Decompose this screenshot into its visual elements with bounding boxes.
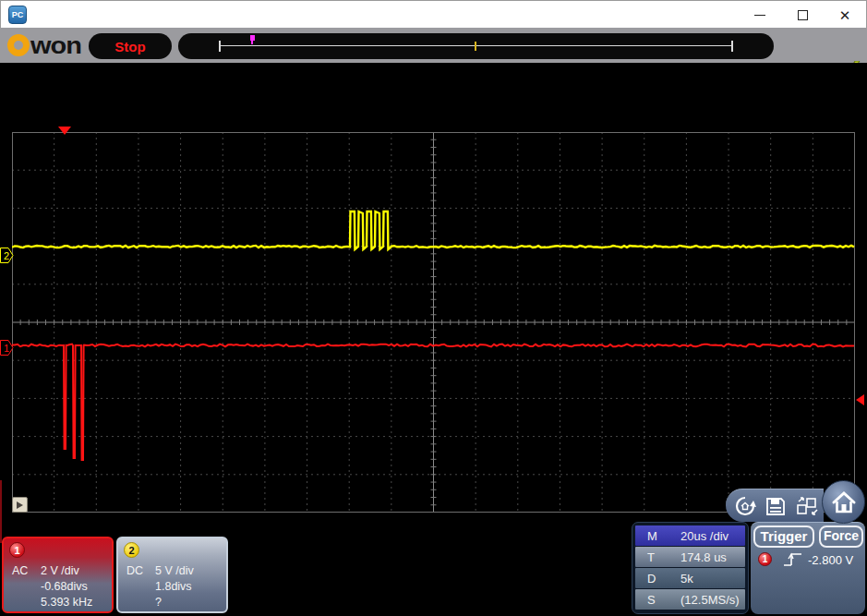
screenshot-copy-icon[interactable] — [795, 495, 821, 517]
channel-2-badge: 2 — [124, 542, 139, 558]
trigger-level-marker-icon[interactable] — [856, 394, 864, 405]
svg-text:2: 2 — [4, 250, 9, 261]
force-button[interactable]: Force — [819, 525, 863, 548]
auto-cycle-home-icon[interactable] — [734, 495, 756, 517]
expand-arrow-icon — [17, 501, 23, 509]
save-icon[interactable] — [765, 495, 787, 517]
window-buttons: ✕ — [739, 1, 866, 29]
rising-edge-icon — [782, 550, 804, 569]
left-edge-marker-strip — [0, 480, 2, 543]
home-icon — [831, 490, 857, 514]
channel-1-scale: 2 V /div — [41, 564, 79, 577]
channel-1-offset: -0.68divs — [12, 579, 92, 595]
expand-panel-button[interactable] — [12, 497, 28, 513]
magenta-cursor-marker[interactable] — [250, 35, 255, 41]
timebase-panel: M 20us /div T 174.8 us D 5k S (12.5MS/s) — [632, 522, 749, 614]
minimize-button[interactable] — [739, 1, 781, 29]
timebase-value: (12.5MS/s) — [680, 593, 740, 607]
trigger-horizontal-marker-icon[interactable] — [58, 127, 71, 135]
channel-2-coupling: DC — [126, 563, 155, 579]
channel-2-scale: 5 V /div — [155, 564, 194, 577]
channel-2-frequency: ? — [126, 595, 194, 610]
scope-grid[interactable] — [12, 132, 855, 513]
timebase-label: M — [647, 529, 680, 543]
timebase-label: S — [647, 593, 680, 607]
channel-1-info: AC2 V /div -0.68divs 5.393 kHz — [12, 563, 92, 610]
app-icon-label: PC — [12, 10, 24, 19]
channel-1-position-tag[interactable]: 1 — [0, 340, 14, 356]
maximize-button[interactable] — [781, 1, 824, 29]
owon-pc-app-window: PC ✕ won Stop A 2 — [0, 0, 867, 616]
close-icon: ✕ — [839, 8, 851, 22]
timebase-value: 174.8 us — [680, 550, 727, 564]
channel-2-info: DC5 V /div 1.8divs ? — [126, 563, 194, 610]
app-icon-pc: PC — [8, 6, 27, 24]
channel-1-frequency: 5.393 kHz — [12, 595, 92, 610]
trigger-position-tick[interactable] — [475, 42, 476, 51]
toolbar: won Stop A — [0, 28, 867, 63]
timebase-value: 20us /div — [680, 529, 729, 543]
quick-icon-bar — [726, 489, 824, 522]
titlebar: PC ✕ — [0, 0, 867, 28]
channel-1-panel[interactable]: 1 AC2 V /div -0.68divs 5.393 kHz — [2, 537, 114, 613]
timebase-row-samplerate[interactable]: S (12.5MS/s) — [635, 589, 745, 610]
horizontal-position-bar[interactable] — [178, 33, 774, 59]
channel-1-coupling: AC — [12, 563, 41, 579]
close-button[interactable]: ✕ — [824, 1, 866, 29]
position-bar-right-tick — [731, 41, 733, 52]
timebase-row-main[interactable]: M 20us /div — [635, 525, 745, 546]
trigger-source-badge: 1 — [758, 552, 772, 566]
stop-button[interactable]: Stop — [89, 33, 172, 59]
owon-logo-text: won — [30, 31, 81, 59]
home-button[interactable] — [822, 480, 865, 524]
timebase-row-trigger-time[interactable]: T 174.8 us — [635, 547, 745, 567]
channel-1-badge: 1 — [9, 542, 25, 558]
trigger-level-value: -2.800 V — [808, 553, 853, 567]
timebase-value: 5k — [680, 572, 693, 586]
channel-2-offset: 1.8divs — [126, 579, 194, 595]
timebase-label: D — [647, 572, 680, 586]
minimize-icon — [754, 15, 765, 16]
svg-text:1: 1 — [4, 343, 9, 354]
trigger-panel: Trigger Force 1 -2.800 V — [751, 522, 865, 614]
channel-2-panel[interactable]: 2 DC5 V /div 1.8divs ? — [116, 537, 228, 613]
owon-logo-o-ring — [7, 34, 30, 56]
trigger-button[interactable]: Trigger — [753, 525, 814, 548]
maximize-icon — [798, 10, 808, 20]
position-bar-left-tick — [219, 41, 221, 52]
timebase-row-depth[interactable]: D 5k — [635, 568, 745, 588]
owon-logo: won — [7, 31, 81, 59]
channel-2-position-tag[interactable]: 2 — [0, 248, 14, 263]
timebase-label: T — [647, 550, 680, 564]
